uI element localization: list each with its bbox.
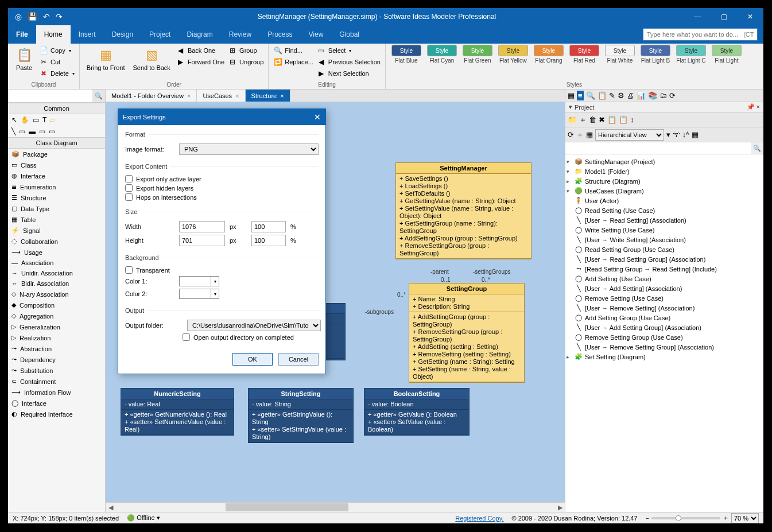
tree-node[interactable]: ▸🧩Set Setting (Diagram) [567,352,762,362]
folder-tool-icon[interactable]: ▭ [49,127,55,135]
toolbox-item[interactable]: ☰Structure [8,192,105,203]
prev-sel-button[interactable]: ◀Previous Selection [317,56,381,68]
tree-node[interactable]: ▸🧩Structure (Diagram) [567,176,762,186]
ptb-icon[interactable]: 📋 [598,91,607,100]
ptb3-refresh-icon[interactable]: ⟳ [568,130,574,139]
export-hidden-layers-checkbox[interactable] [125,184,133,192]
project-search-input[interactable] [565,142,751,154]
rect2-tool-icon[interactable]: ▬ [29,127,36,135]
qat-redo-icon[interactable]: ↷ [56,12,63,21]
bring-front-button[interactable]: ▦Bring to Front [84,45,127,72]
tab-file[interactable]: File [8,25,36,44]
toolbox-item[interactable]: ▷Realization [8,332,105,343]
toolbox-item[interactable]: ⟶Information Flow [8,387,105,398]
tree-node[interactable]: ◯Write Setting (Use Case) [567,225,762,235]
tab-close-icon[interactable]: × [235,92,239,99]
tree-node[interactable]: ◯Add Setting (Use Case) [567,274,762,284]
toolbox-section-class[interactable]: Class Diagram [8,137,105,149]
ptb-icon[interactable]: ≡ [577,91,584,100]
tab-project[interactable]: Project [141,25,179,44]
canvas-tab-1[interactable]: Model1 - Folder Overview× [106,90,197,102]
project-tree[interactable]: ▾📦SettingManager (Project)▾📁Model1 (Fold… [565,154,763,512]
tab-process[interactable]: Process [259,25,300,44]
tab-home[interactable]: Home [36,25,71,44]
style-chip[interactable]: Style [712,45,742,56]
rect3-tool-icon[interactable]: ▭ [39,127,45,135]
tab-close-icon[interactable]: × [280,92,284,99]
tree-node[interactable]: ╲[User → Write Setting] (Association) [567,235,762,244]
tab-diagram[interactable]: Diagram [179,25,220,44]
rect-tool-icon[interactable]: ▭ [19,127,25,135]
ungroup-button[interactable]: ⊟Ungroup [228,56,263,68]
toolbox-item[interactable]: ▭Class [8,160,105,170]
color2-picker[interactable]: ▾ [179,289,219,299]
class-booleansetting[interactable]: BooleanSetting - value: Boolean + «gette… [364,388,470,436]
ptb-icon[interactable]: 🗂 [660,91,667,100]
toolbox-item[interactable]: →Unidir. Association [8,268,105,278]
canvas-tab-2[interactable]: UseCases× [197,90,245,102]
style-chip[interactable]: Style [534,45,564,56]
ptb2-icon[interactable]: 🗑 [589,115,596,124]
toolbox-item[interactable]: —Association [8,258,105,268]
close-button[interactable]: ✕ [737,8,763,25]
tree-node[interactable]: ▾📦SettingManager (Project) [567,157,762,166]
export-active-layer-checkbox[interactable] [125,175,133,182]
project-view-select[interactable]: Hierarchical View [595,129,664,141]
toolbox-section-common[interactable]: Common [8,103,105,114]
tab-close-icon[interactable]: × [187,92,191,99]
tree-twisty-icon[interactable]: ▾ [567,169,572,174]
toolbox-item[interactable]: ↔Bidir. Association [8,278,105,289]
cancel-button[interactable]: Cancel [278,353,319,366]
tree-node[interactable]: ◯Add Setting Group (Use Case) [567,313,762,323]
toolbox-item[interactable]: ⤳Dependency [8,354,105,365]
class-numericsetting[interactable]: NumericSetting - value: Real + «getter» … [121,388,234,436]
class-hidden[interactable] [323,303,346,360]
scroll-left-icon[interactable]: ◀ [106,504,115,511]
ptb-icon[interactable]: ⚙ [618,91,624,100]
ptb-icon[interactable]: ⟳ [669,91,676,100]
class-stringsetting[interactable]: StringSetting - value: String + «getter»… [248,388,354,443]
project-pin-icon[interactable]: 📌 × [747,103,760,111]
tree-twisty-icon[interactable]: ▾ [567,159,572,165]
height-pct-input[interactable] [251,235,286,246]
next-sel-button[interactable]: ▶Next Selection [317,68,381,79]
ok-button[interactable]: OK [232,353,273,366]
tree-node[interactable]: ╲[User → Remove Setting Group] (Associat… [567,342,762,352]
note-tool-icon[interactable]: ▱ [50,116,55,124]
ptb2-icon[interactable]: 📁 [568,115,577,124]
tab-global[interactable]: Global [331,25,367,44]
ptb-icon[interactable]: ▦ [568,91,575,100]
minimize-button[interactable]: — [684,8,711,25]
send-back-button[interactable]: ▧Send to Back [130,45,172,72]
open-output-checkbox[interactable] [183,333,190,341]
ptb3-sort-icon[interactable]: ↓ᴬ [682,130,690,139]
zoom-level-select[interactable]: 70 % [731,513,759,523]
ribbon-search-input[interactable] [643,28,758,41]
toolbox-item[interactable]: 📦Package [8,149,105,160]
hand-tool-icon[interactable]: ✋ [21,116,29,124]
toolbox-search-button[interactable]: 🔍 [92,90,105,102]
tree-node[interactable]: ╲[User → Remove Setting] (Association) [567,303,762,313]
marquee-tool-icon[interactable]: ▭ [33,116,39,124]
toolbox-item[interactable]: ◇N-ary Association [8,289,105,300]
dialog-close-button[interactable]: ✕ [314,112,321,122]
ptb2-icon[interactable]: 📋 [607,115,616,124]
tree-node[interactable]: ╲[User → Read Setting Group] (Associatio… [567,254,762,264]
tree-node[interactable]: ◯Read Setting (Use Case) [567,205,762,215]
tree-node[interactable]: ▾📁Model1 (Folder) [567,166,762,176]
toolbox-item[interactable]: ◆Composition [8,300,105,310]
zoom-in-button[interactable]: ＋ [723,514,729,522]
copy-button[interactable]: 📄Copy▾ [39,45,75,56]
tree-node[interactable]: ⤳[Read Setting Group → Read Setting] (In… [567,264,762,274]
tab-review[interactable]: Review [221,25,259,44]
canvas-tab-3[interactable]: Structure× [246,90,290,102]
pointer-tool-icon[interactable]: ↖ [11,116,17,124]
qat-save-icon[interactable]: 💾 [28,12,37,21]
tree-node[interactable]: ◯Remove Setting (Use Case) [567,293,762,303]
style-chip[interactable]: Style [463,45,492,56]
style-chip[interactable]: Style [605,45,635,56]
project-search-button[interactable]: 🔍 [751,142,763,154]
toolbox-item[interactable]: ◍Interface [8,170,105,181]
toolbox-item[interactable]: ⟶Usage [8,247,105,258]
ptb3-grid-icon[interactable]: ▦ [692,130,699,139]
